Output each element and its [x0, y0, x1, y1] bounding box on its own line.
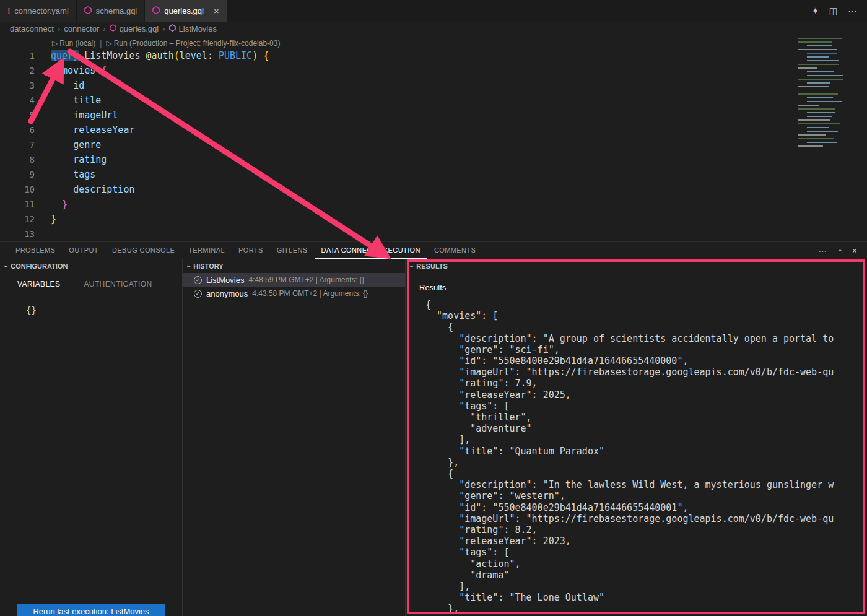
breadcrumb-listmovies[interactable]: ListMovies — [169, 24, 217, 33]
tab-queries-gql[interactable]: queries.gql × — [145, 0, 227, 22]
run-icon: ▷ — [52, 39, 58, 48]
breadcrumb-separator: › — [162, 24, 165, 33]
breadcrumb-dataconnect[interactable]: dataconnect — [10, 24, 54, 33]
code-text: rating — [51, 152, 107, 167]
breadcrumb: dataconnect › connector › queries.gql › … — [0, 22, 867, 35]
configuration-header[interactable]: › CONFIGURATION — [0, 259, 182, 273]
history-item-name: ListMovies — [206, 275, 244, 285]
history-item-meta: 4:48:59 PM GMT+2 | Arguments: {} — [248, 275, 364, 284]
panel-actions: ⋯ › × — [818, 246, 867, 256]
code-line[interactable]: 2 movies { — [0, 63, 867, 78]
history-row-listmovies[interactable]: ✓ ListMovies 4:48:59 PM GMT+2 | Argument… — [183, 273, 405, 287]
tab-connector-yaml[interactable]: ! connector.yaml — [0, 0, 77, 22]
tab-label: schema.gql — [96, 6, 137, 15]
panel-tab-output[interactable]: OUTPUT — [62, 243, 105, 258]
rerun-last-execution-button[interactable]: Rerun last execution: ListMovies — [17, 604, 165, 616]
split-editor-icon[interactable]: ◫ — [829, 6, 838, 17]
codelens-divider: | — [100, 39, 102, 48]
chevron-down-icon: › — [2, 265, 11, 267]
code-text: } — [51, 212, 56, 227]
graphql-icon — [84, 6, 92, 16]
graphql-icon — [152, 6, 160, 16]
line-number: 7 — [0, 137, 35, 152]
code-line[interactable]: 4 title — [0, 93, 867, 108]
run-production-link[interactable]: ▷ Run (Production – Project: friendly-fl… — [106, 39, 280, 48]
line-number: 2 — [0, 63, 35, 78]
code-line[interactable]: 1query ListMovies @auth(level: PUBLIC) { — [0, 48, 867, 63]
code-line[interactable]: 11 } — [0, 197, 867, 212]
code-editor[interactable]: ▷ Run (local) | ▷ Run (Production – Proj… — [0, 35, 867, 241]
more-actions-icon[interactable]: ⋯ — [818, 246, 827, 256]
line-number: 1 — [0, 48, 35, 63]
chevron-down-icon: › — [185, 265, 193, 267]
results-header[interactable]: › RESULTS — [406, 259, 867, 273]
code-line[interactable]: 13 — [0, 227, 867, 241]
line-number: 10 — [0, 182, 35, 197]
breadcrumb-separator: › — [103, 24, 105, 33]
operation-symbol-icon — [169, 24, 176, 33]
code-text: description — [51, 182, 134, 197]
panel-tab-debug-console[interactable]: DEBUG CONSOLE — [105, 243, 181, 258]
line-number: 9 — [0, 167, 35, 182]
codelens: ▷ Run (local) | ▷ Run (Production – Proj… — [52, 35, 867, 48]
code-line[interactable]: 3 id — [0, 78, 867, 93]
code-text: tags — [51, 167, 95, 182]
breadcrumb-separator: › — [58, 24, 60, 33]
panel-tab-bar: PROBLEMS OUTPUT DEBUG CONSOLE TERMINAL P… — [0, 242, 867, 259]
bottom-panel: PROBLEMS OUTPUT DEBUG CONSOLE TERMINAL P… — [0, 241, 867, 616]
breadcrumb-connector[interactable]: connector — [64, 24, 99, 33]
panel-tab-terminal[interactable]: TERMINAL — [181, 243, 232, 258]
results-label: Results — [419, 283, 867, 292]
panel-tab-gitlens[interactable]: GITLENS — [270, 243, 315, 258]
panel-tab-data-connect-execution[interactable]: DATA CONNECT EXECUTION — [315, 243, 427, 259]
configuration-section: › CONFIGURATION VARIABLES AUTHENTICATION… — [0, 259, 183, 616]
line-number: 6 — [0, 123, 35, 137]
sparkle-icon[interactable]: ✦ — [811, 6, 819, 17]
history-header[interactable]: › HISTORY — [183, 259, 405, 273]
panel-tab-comments[interactable]: COMMENTS — [427, 243, 482, 258]
tab-variables[interactable]: VARIABLES — [17, 277, 61, 292]
history-row-anonymous[interactable]: ✓ anonymous 4:43:58 PM GMT+2 | Arguments… — [183, 287, 405, 300]
graphql-icon — [110, 24, 116, 33]
tab-authentication[interactable]: AUTHENTICATION — [83, 277, 152, 292]
line-number: 3 — [0, 78, 35, 93]
code-text: id — [51, 78, 84, 93]
chevron-down-icon: › — [408, 265, 416, 267]
tab-label: connector.yaml — [14, 6, 68, 15]
code-line[interactable]: 5 imageUrl — [0, 108, 867, 123]
configuration-tabs: VARIABLES AUTHENTICATION — [0, 277, 182, 292]
history-item-meta: 4:43:58 PM GMT+2 | Arguments: {} — [252, 289, 368, 298]
close-tab-icon[interactable]: × — [214, 6, 219, 15]
run-icon: ▷ — [106, 39, 111, 48]
code-text: query ListMovies @auth(level: PUBLIC) { — [51, 48, 269, 63]
check-circle-icon: ✓ — [194, 290, 202, 298]
line-number: 4 — [0, 93, 35, 108]
code-line[interactable]: 7 genre — [0, 137, 867, 152]
variables-editor[interactable]: {} — [26, 305, 182, 315]
line-number: 5 — [0, 108, 35, 123]
editor-actions: ✦ ◫ ⋯ — [801, 0, 867, 22]
line-number: 11 — [0, 197, 35, 212]
history-section: › HISTORY ✓ ListMovies 4:48:59 PM GMT+2 … — [183, 259, 406, 616]
code-line[interactable]: 10 description — [0, 182, 867, 197]
more-actions-icon[interactable]: ⋯ — [848, 6, 857, 17]
code-line[interactable]: 6 releaseYear — [0, 123, 867, 137]
code-line[interactable]: 8 rating — [0, 152, 867, 167]
yaml-warning-icon: ! — [7, 6, 10, 15]
panel-tab-problems[interactable]: PROBLEMS — [9, 243, 62, 258]
minimap[interactable] — [795, 35, 867, 153]
results-json-output[interactable]: { "movies": [ { "description": "A group … — [425, 299, 867, 615]
code-line[interactable]: 9 tags — [0, 167, 867, 182]
maximize-panel-icon[interactable]: › — [835, 249, 843, 251]
panel-tab-ports[interactable]: PORTS — [232, 243, 270, 258]
code-text: } — [51, 197, 68, 212]
line-number: 8 — [0, 152, 35, 167]
close-panel-icon[interactable]: × — [852, 246, 857, 256]
code-text: releaseYear — [51, 123, 134, 137]
breadcrumb-queries-gql[interactable]: queries.gql — [110, 24, 159, 33]
run-local-link[interactable]: ▷ Run (local) — [52, 39, 95, 48]
code-text: genre — [51, 137, 101, 152]
code-line[interactable]: 12} — [0, 212, 867, 227]
code-lines: 1query ListMovies @auth(level: PUBLIC) {… — [0, 48, 867, 241]
tab-schema-gql[interactable]: schema.gql — [77, 0, 145, 22]
